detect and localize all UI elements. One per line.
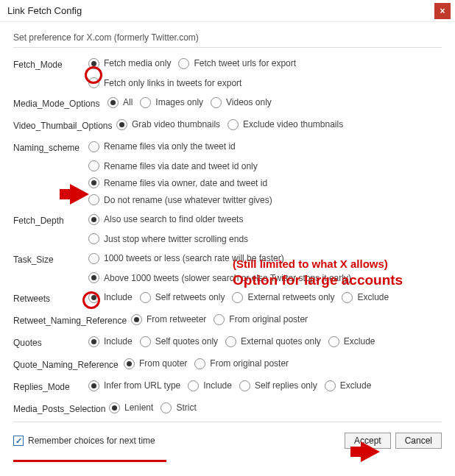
label-media-mode: Media_Mode_Options bbox=[13, 94, 107, 112]
radio-icon bbox=[131, 314, 142, 325]
row-replies: Replies_Mode Infer from URL type Include… bbox=[13, 377, 442, 395]
label-quote-ref: Quote_Naming_Reference bbox=[13, 355, 124, 373]
label-media-posts: Media_Posts_Selection bbox=[13, 399, 109, 417]
radio-icon bbox=[225, 336, 236, 347]
radio-icon bbox=[88, 253, 99, 264]
radio-icon bbox=[88, 292, 99, 303]
row-quotes: Quotes Include Self quotes only External… bbox=[13, 333, 442, 351]
opt-q-exclude[interactable]: Exclude bbox=[328, 333, 375, 349]
opt-rep-self[interactable]: Self replies only bbox=[239, 377, 317, 394]
remember-label: Remember choices for next time bbox=[28, 436, 155, 446]
opt-rep-exclude[interactable]: Exclude bbox=[325, 377, 372, 394]
radio-icon bbox=[140, 292, 151, 303]
opt-exclude-thumbs[interactable]: Exclude video thumbnails bbox=[228, 116, 343, 132]
opt-use-search[interactable]: Also use search to find older tweets bbox=[88, 211, 243, 227]
label-fetch-mode: Fetch_Mode bbox=[13, 55, 88, 73]
label-retweet-ref: Retweet_Naming_Reference bbox=[13, 311, 131, 329]
radio-icon bbox=[88, 380, 99, 391]
opt-from-retweeter[interactable]: From retweeter bbox=[131, 311, 206, 327]
radio-icon bbox=[88, 141, 99, 152]
opt-1000-or-less[interactable]: 1000 tweets or less (search rate will be… bbox=[88, 250, 284, 266]
radio-icon bbox=[88, 58, 99, 69]
label-quotes: Quotes bbox=[13, 333, 88, 351]
radio-icon bbox=[140, 336, 151, 347]
opt-from-quoter[interactable]: From quoter bbox=[124, 355, 187, 372]
checkbox-icon bbox=[13, 436, 24, 446]
label-naming: Naming_scheme bbox=[13, 138, 88, 156]
radio-icon bbox=[188, 380, 199, 391]
remember-checkbox[interactable]: Remember choices for next time bbox=[13, 436, 155, 446]
label-fetch-depth: Fetch_Depth bbox=[13, 211, 88, 229]
opt-fetch-links-in-tweets[interactable]: Fetch only links in tweets for export bbox=[88, 77, 442, 88]
radio-icon bbox=[232, 292, 243, 303]
opt-rename-date-id[interactable]: Rename files via date and tweet id only bbox=[88, 160, 442, 171]
radio-icon bbox=[88, 160, 99, 171]
window-title: Link Fetch Config bbox=[7, 5, 82, 16]
opt-q-include[interactable]: Include bbox=[88, 333, 133, 349]
opt-rep-infer[interactable]: Infer from URL type bbox=[88, 377, 180, 394]
opt-media-images[interactable]: Images only bbox=[140, 94, 203, 110]
divider bbox=[13, 422, 442, 422]
dialog-content: Set preference for X.com (formerly Twitt… bbox=[0, 22, 455, 456]
opt-stop-scroll[interactable]: Just stop where twitter scrolling ends bbox=[88, 233, 442, 244]
opt-from-original-q[interactable]: From original poster bbox=[194, 355, 289, 372]
opt-fetch-media-only[interactable]: Fetch media only bbox=[88, 55, 171, 71]
preference-note: Set preference for X.com (formerly Twitt… bbox=[13, 29, 442, 48]
radio-icon bbox=[88, 77, 99, 88]
radio-icon bbox=[88, 177, 99, 188]
opt-lenient[interactable]: Lenient bbox=[109, 399, 153, 416]
opt-rename-tweetid[interactable]: Rename files via only the tweet id bbox=[88, 138, 236, 154]
row-quote-ref: Quote_Naming_Reference From quoter From … bbox=[13, 355, 442, 373]
accept-button[interactable]: Accept bbox=[345, 433, 391, 449]
opt-rt-self[interactable]: Self retweets only bbox=[140, 289, 225, 305]
radio-icon bbox=[178, 58, 189, 69]
radio-icon bbox=[107, 97, 119, 108]
opt-grab-thumbs[interactable]: Grab video thumbnails bbox=[116, 116, 220, 132]
radio-icon bbox=[109, 402, 120, 413]
opt-q-external[interactable]: External quotes only bbox=[225, 333, 321, 349]
radio-icon bbox=[124, 358, 135, 369]
opt-rt-external[interactable]: External retweets only bbox=[232, 289, 334, 305]
opt-fetch-tweet-urls[interactable]: Fetch tweet urls for export bbox=[178, 55, 296, 71]
row-task-size: Task_Size 1000 tweets or less (search ra… bbox=[13, 250, 442, 268]
opt-from-original-rt[interactable]: From original poster bbox=[214, 311, 308, 327]
radio-icon bbox=[214, 314, 225, 325]
radio-icon bbox=[88, 233, 99, 244]
annotation-underline-remember bbox=[13, 460, 166, 462]
radio-icon bbox=[239, 380, 250, 391]
opt-do-not-rename[interactable]: Do not rename (use whatever twitter give… bbox=[88, 194, 442, 205]
row-fetch-mode: Fetch_Mode Fetch media only Fetch tweet … bbox=[13, 55, 442, 73]
radio-icon bbox=[88, 194, 99, 205]
close-icon[interactable]: × bbox=[434, 3, 451, 19]
radio-icon bbox=[88, 214, 99, 225]
radio-icon bbox=[194, 358, 205, 369]
opt-strict[interactable]: Strict bbox=[161, 399, 196, 416]
opt-media-all[interactable]: All bbox=[107, 94, 133, 110]
row-fetch-depth: Fetch_Depth Also use search to find olde… bbox=[13, 211, 442, 229]
footer: Remember choices for next time Accept Ca… bbox=[13, 430, 442, 456]
label-retweets: Retweets bbox=[13, 289, 88, 307]
opt-rt-exclude[interactable]: Exclude bbox=[342, 289, 389, 305]
row-retweet-ref: Retweet_Naming_Reference From retweeter … bbox=[13, 311, 442, 329]
radio-icon bbox=[211, 97, 222, 108]
label-replies: Replies_Mode bbox=[13, 377, 88, 395]
opt-rename-owner-date-id[interactable]: Rename files via owner, date and tweet i… bbox=[88, 177, 442, 188]
opt-above-1000[interactable]: Above 1000 tweets (slower search or else… bbox=[88, 272, 442, 283]
opt-media-videos[interactable]: Videos only bbox=[211, 94, 272, 110]
label-video-thumb: Video_Thumbail_Options bbox=[13, 116, 116, 134]
radio-icon bbox=[88, 272, 99, 283]
row-naming: Naming_scheme Rename files via only the … bbox=[13, 138, 442, 156]
titlebar: Link Fetch Config × bbox=[0, 0, 455, 22]
opt-q-self[interactable]: Self quotes only bbox=[140, 333, 218, 349]
cancel-button[interactable]: Cancel bbox=[395, 433, 442, 449]
opt-rep-include[interactable]: Include bbox=[188, 377, 232, 394]
radio-icon bbox=[161, 402, 172, 413]
radio-icon bbox=[342, 292, 353, 303]
radio-icon bbox=[328, 336, 339, 347]
radio-icon bbox=[88, 336, 99, 347]
row-media-mode: Media_Mode_Options All Images only Video… bbox=[13, 94, 442, 112]
row-retweets: Retweets Include Self retweets only Exte… bbox=[13, 289, 442, 307]
radio-icon bbox=[325, 380, 336, 391]
opt-rt-include[interactable]: Include bbox=[88, 289, 133, 305]
label-task-size: Task_Size bbox=[13, 250, 88, 268]
